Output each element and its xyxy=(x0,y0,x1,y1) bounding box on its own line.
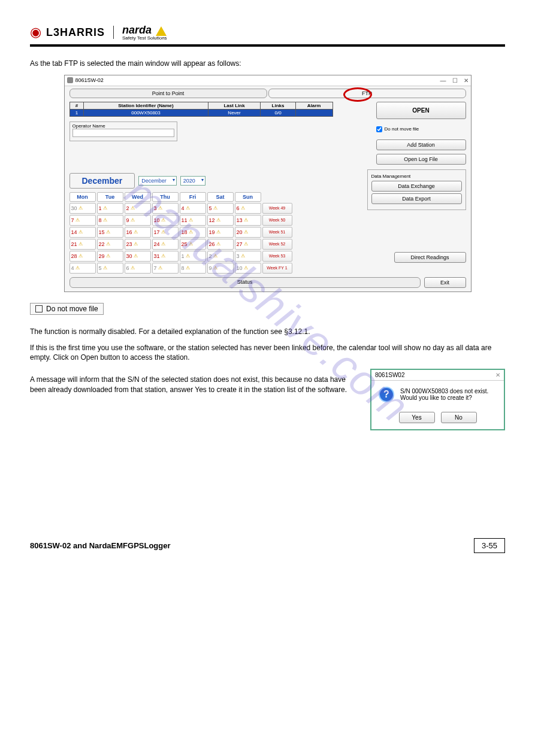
calendar-dayhead: Sat xyxy=(207,192,234,202)
calendar-day[interactable]: 5⚠ xyxy=(97,263,123,274)
warning-icon: ⚠ xyxy=(103,217,107,223)
open-button[interactable]: OPEN xyxy=(376,102,466,119)
dialog-message-1: S/N 000WX50803 does not exist. xyxy=(400,388,488,394)
calendar-day[interactable]: 15⚠ xyxy=(97,227,123,238)
calendar-day[interactable]: 6⚠ xyxy=(125,263,151,274)
week-button[interactable]: Week 53 xyxy=(262,251,292,262)
calendar-day[interactable]: 28⚠ xyxy=(69,251,96,262)
calendar-day[interactable]: 8⚠ xyxy=(180,263,206,274)
open-log-file-button[interactable]: Open Log File xyxy=(376,154,466,165)
calendar-day[interactable]: 10⚠ xyxy=(152,215,179,226)
week-button[interactable]: Week 50 xyxy=(262,215,292,226)
warning-icon: ⚠ xyxy=(213,205,217,211)
calendar-day[interactable]: 2⚠ xyxy=(125,203,151,214)
maximize-icon[interactable]: ☐ xyxy=(452,77,458,84)
calendar-day[interactable]: 13⚠ xyxy=(235,215,261,226)
narda-triangle-icon xyxy=(156,26,167,36)
warning-icon: ⚠ xyxy=(244,217,248,223)
th-links: Links xyxy=(261,102,295,109)
l3-globe-icon: ◉ xyxy=(30,25,41,40)
note-para-2: If this is the first time you use the so… xyxy=(30,343,505,363)
calendar-day[interactable]: 12⚠ xyxy=(207,215,234,226)
month-select[interactable]: December xyxy=(138,176,177,186)
calendar-day[interactable]: 1⚠ xyxy=(180,251,206,262)
operator-name-input[interactable] xyxy=(72,129,174,137)
station-table: # Station Identifier (Name) Last Link Li… xyxy=(69,102,333,117)
calendar-day[interactable]: 9⚠ xyxy=(207,263,234,274)
warning-icon: ⚠ xyxy=(216,217,220,223)
year-select[interactable]: 2020 xyxy=(180,176,205,186)
question-icon: ? xyxy=(379,387,394,402)
warning-icon: ⚠ xyxy=(106,241,110,247)
do-not-move-file-checkbox[interactable] xyxy=(376,126,382,132)
calendar-day[interactable]: 31⚠ xyxy=(152,251,179,262)
dialog-close-icon[interactable]: ✕ xyxy=(495,372,500,378)
calendar-day[interactable]: 29⚠ xyxy=(97,251,123,262)
warning-icon: ⚠ xyxy=(131,205,135,211)
calendar-day[interactable]: 30⚠ xyxy=(69,203,96,214)
calendar-day[interactable]: 21⚠ xyxy=(69,239,96,250)
calendar-day[interactable]: 6⚠ xyxy=(235,203,261,214)
calendar-day[interactable]: 19⚠ xyxy=(207,227,234,238)
data-export-button[interactable]: Data Export xyxy=(371,193,462,204)
calendar-day[interactable]: 25⚠ xyxy=(180,239,206,250)
week-button[interactable]: Week 51 xyxy=(262,227,292,238)
calendar-day[interactable]: 3⚠ xyxy=(152,203,179,214)
warning-icon: ⚠ xyxy=(186,205,190,211)
calendar-day[interactable]: 20⚠ xyxy=(235,227,261,238)
note-para-1: The function is normally disabled. For a… xyxy=(30,327,505,337)
calendar-day[interactable]: 10⚠ xyxy=(235,263,261,274)
calendar-day[interactable]: 27⚠ xyxy=(235,239,261,250)
calendar-day[interactable]: 30⚠ xyxy=(125,251,151,262)
calendar-day[interactable]: 1⚠ xyxy=(97,203,123,214)
calendar-day[interactable]: 17⚠ xyxy=(152,227,179,238)
calendar-day[interactable]: 8⚠ xyxy=(97,215,123,226)
warning-icon: ⚠ xyxy=(131,265,135,271)
th-alarm: Alarm xyxy=(295,102,333,109)
calendar-day[interactable]: 16⚠ xyxy=(125,227,151,238)
calendar-dayhead: Sun xyxy=(235,192,261,202)
warning-icon: ⚠ xyxy=(213,253,217,259)
cell-lastlink: Never xyxy=(208,109,261,116)
table-row[interactable]: 1 000WX50803 Never 0/0 xyxy=(69,109,333,116)
warning-icon: ⚠ xyxy=(78,229,83,235)
calendar-day[interactable]: 7⚠ xyxy=(152,263,179,274)
warning-icon: ⚠ xyxy=(75,265,80,271)
calendar-day[interactable]: 4⚠ xyxy=(69,263,96,274)
direct-readings-button[interactable]: Direct Readings xyxy=(394,252,466,263)
calendar-day[interactable]: 23⚠ xyxy=(125,239,151,250)
calendar-day[interactable]: 4⚠ xyxy=(180,203,206,214)
close-icon[interactable]: ✕ xyxy=(464,77,468,84)
calendar-day[interactable]: 11⚠ xyxy=(180,215,206,226)
calendar-day[interactable]: 18⚠ xyxy=(180,227,206,238)
warning-icon: ⚠ xyxy=(244,241,248,247)
warning-icon: ⚠ xyxy=(161,229,165,235)
calendar-day[interactable]: 9⚠ xyxy=(125,215,151,226)
data-exchange-button[interactable]: Data Exchange xyxy=(371,181,462,192)
add-station-button[interactable]: Add Station xyxy=(376,139,466,150)
calendar-day[interactable]: 14⚠ xyxy=(69,227,96,238)
calendar-day[interactable]: 3⚠ xyxy=(235,251,261,262)
narda-subtitle: Safety Test Solutions xyxy=(122,35,167,41)
calendar-day[interactable]: 22⚠ xyxy=(97,239,123,250)
warning-icon: ⚠ xyxy=(134,229,138,235)
ftp-highlight-circle xyxy=(343,87,372,102)
calendar-day[interactable]: 5⚠ xyxy=(207,203,234,214)
footer-section-label: 8061SW-02 and NardaEMFGPSLogger xyxy=(30,541,171,550)
minimize-icon[interactable]: — xyxy=(440,77,446,84)
warning-icon: ⚠ xyxy=(161,217,165,223)
tab-point-to-point[interactable]: Point to Point xyxy=(69,89,267,98)
week-button[interactable]: Week FY 1 xyxy=(262,263,292,274)
calendar-day[interactable]: 26⚠ xyxy=(207,239,234,250)
warning-icon: ⚠ xyxy=(75,217,80,223)
week-button[interactable]: Week 49 xyxy=(262,203,292,214)
calendar-day[interactable]: 7⚠ xyxy=(69,215,96,226)
yes-button[interactable]: Yes xyxy=(399,412,435,423)
week-button[interactable]: Week 52 xyxy=(262,239,292,250)
do-not-move-file-clip: Do not move file xyxy=(30,303,104,315)
warning-icon: ⚠ xyxy=(216,241,220,247)
calendar-day[interactable]: 2⚠ xyxy=(207,251,234,262)
exit-button[interactable]: Exit xyxy=(424,277,466,288)
calendar-day[interactable]: 24⚠ xyxy=(152,239,179,250)
no-button[interactable]: No xyxy=(441,412,477,423)
